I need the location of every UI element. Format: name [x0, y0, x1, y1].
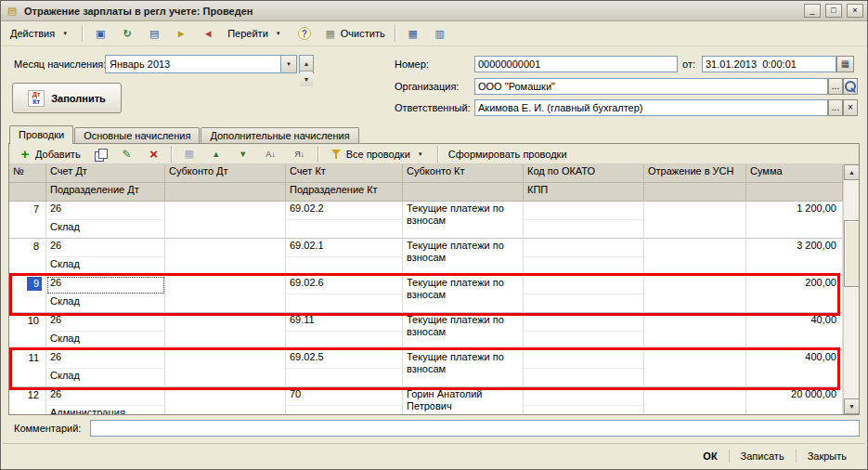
list-settings-button[interactable] — [427, 24, 453, 44]
cell-sum[interactable]: 200,00 — [746, 276, 843, 313]
cell-credit-subconto[interactable]: Текущие платежи по взносам — [403, 202, 524, 239]
cell-usn[interactable] — [644, 350, 746, 387]
tab[interactable]: Основные начисления — [74, 127, 200, 143]
cell-credit-account[interactable]: 69.02.2 — [286, 202, 403, 220]
cell-row-number[interactable]: 10 — [9, 313, 46, 332]
cell-okato[interactable] — [524, 350, 644, 369]
cell-credit-subdivision[interactable] — [286, 294, 403, 313]
cell-debit-subconto[interactable] — [165, 276, 286, 313]
cell-debit-subconto[interactable] — [165, 350, 286, 387]
cell-usn[interactable] — [644, 276, 746, 313]
order-settings-button[interactable] — [176, 144, 202, 163]
cell-sum[interactable]: 40,00 — [746, 313, 843, 350]
reread-button[interactable] — [114, 24, 140, 44]
save-record-button[interactable]: Записать — [730, 448, 796, 464]
cell-row-number-spacer[interactable] — [9, 332, 46, 350]
cell-row-number[interactable]: 7 — [9, 202, 46, 220]
cell-sum[interactable]: 3 200,00 — [746, 239, 843, 276]
cell-debit-subdivision[interactable]: Склад — [46, 369, 165, 387]
all-postings-filter-button[interactable]: Все проводки — [323, 144, 434, 163]
cell-kpp[interactable] — [524, 406, 644, 414]
cell-okato[interactable] — [524, 387, 644, 406]
responsible-input[interactable] — [474, 99, 828, 116]
cell-credit-account[interactable]: 69.02.1 — [286, 239, 403, 257]
structure-button[interactable] — [400, 24, 426, 44]
cell-row-number-spacer[interactable] — [9, 220, 46, 239]
cell-usn[interactable] — [644, 239, 746, 276]
cell-row-number-spacer[interactable] — [9, 257, 46, 276]
cell-debit-subdivision[interactable]: Склад — [46, 220, 165, 239]
cell-debit-subconto[interactable] — [165, 202, 286, 239]
actions-menu-button[interactable]: Действия — [5, 24, 78, 44]
cell-okato[interactable] — [524, 276, 644, 294]
post-document-button[interactable] — [168, 24, 194, 44]
close-button[interactable]: × — [847, 4, 863, 18]
cell-row-number[interactable]: 11 — [9, 350, 46, 369]
cell-okato[interactable] — [524, 239, 644, 257]
cell-usn[interactable] — [644, 387, 746, 414]
cell-debit-account[interactable]: 26 — [46, 313, 165, 332]
month-combobox[interactable]: Январь 2013 — [105, 55, 297, 73]
copy-row-button[interactable] — [87, 144, 113, 163]
organization-open-button[interactable] — [843, 78, 858, 95]
cell-credit-subdivision[interactable] — [286, 257, 403, 276]
go-menu-button[interactable]: Перейти — [222, 24, 291, 44]
cell-credit-subconto[interactable]: Текущие платежи по взносам — [403, 276, 524, 313]
cell-debit-account[interactable]: 26 — [46, 239, 165, 257]
move-up-button[interactable] — [203, 144, 229, 163]
cell-row-number[interactable]: 8 — [9, 239, 46, 257]
scroll-up-button[interactable] — [844, 164, 859, 180]
cell-credit-account[interactable]: 69.11 — [286, 313, 403, 332]
cell-kpp[interactable] — [524, 257, 644, 276]
cell-row-number-spacer[interactable] — [9, 294, 46, 313]
scrollbar-thumb[interactable] — [844, 220, 859, 287]
cell-credit-subconto[interactable]: Текущие платежи по взносам — [403, 350, 524, 387]
save-button[interactable] — [87, 24, 113, 44]
cell-kpp[interactable] — [524, 220, 644, 239]
cell-credit-account[interactable]: 70 — [286, 387, 403, 406]
month-spin-down-button[interactable] — [300, 72, 313, 86]
tab[interactable]: Проводки — [9, 125, 73, 144]
scroll-down-button[interactable] — [844, 398, 859, 414]
cell-kpp[interactable] — [524, 369, 644, 387]
cell-sum[interactable]: 1 200,00 — [746, 202, 843, 239]
cell-row-number[interactable]: 9 — [9, 276, 46, 294]
calendar-button[interactable] — [836, 56, 854, 72]
cell-debit-subconto[interactable] — [165, 313, 286, 350]
cell-row-number-spacer[interactable] — [9, 369, 46, 387]
cell-okato[interactable] — [524, 202, 644, 220]
date-input[interactable] — [702, 56, 836, 72]
close-form-button[interactable]: Закрыть — [797, 448, 858, 464]
cell-credit-subdivision[interactable] — [286, 406, 403, 414]
cell-kpp[interactable] — [524, 294, 644, 313]
delete-row-button[interactable] — [141, 144, 167, 163]
cell-sum[interactable]: 400,00 — [746, 350, 843, 387]
cell-row-number[interactable]: 12 — [9, 387, 46, 406]
vertical-scrollbar[interactable] — [843, 164, 859, 414]
month-spin-up-button[interactable] — [300, 56, 313, 72]
sort-descending-button[interactable]: Я↓ — [286, 144, 314, 163]
cell-debit-account[interactable]: 26 — [46, 350, 165, 369]
minimize-button[interactable]: _ — [804, 4, 821, 18]
cell-credit-subdivision[interactable] — [286, 369, 403, 387]
cell-kpp[interactable] — [524, 332, 644, 350]
cell-debit-account[interactable]: 26 — [46, 202, 165, 220]
cell-usn[interactable] — [644, 202, 746, 239]
number-input[interactable] — [474, 56, 678, 72]
cell-debit-subdivision[interactable]: Склад — [46, 294, 165, 313]
month-dropdown-button[interactable] — [280, 56, 296, 72]
cell-sum[interactable]: 20 000,00 — [746, 387, 843, 414]
cell-credit-subconto[interactable]: Текущие платежи по взносам — [403, 313, 524, 350]
cell-usn[interactable] — [644, 313, 746, 350]
maximize-button[interactable]: □ — [825, 4, 842, 18]
cell-debit-subdivision[interactable]: Склад — [46, 257, 165, 276]
generate-postings-button[interactable]: Сформировать проводки — [443, 144, 573, 163]
move-down-button[interactable] — [230, 144, 256, 163]
copy-document-button[interactable] — [141, 24, 167, 44]
responsible-clear-button[interactable]: × — [843, 99, 858, 116]
cell-okato[interactable] — [524, 313, 644, 332]
cell-credit-subconto[interactable]: Текущие платежи по взносам — [403, 239, 524, 276]
clear-table-button[interactable]: Очистить — [317, 24, 391, 44]
cell-debit-subconto[interactable] — [165, 387, 286, 414]
cell-row-number-spacer[interactable] — [9, 406, 46, 414]
